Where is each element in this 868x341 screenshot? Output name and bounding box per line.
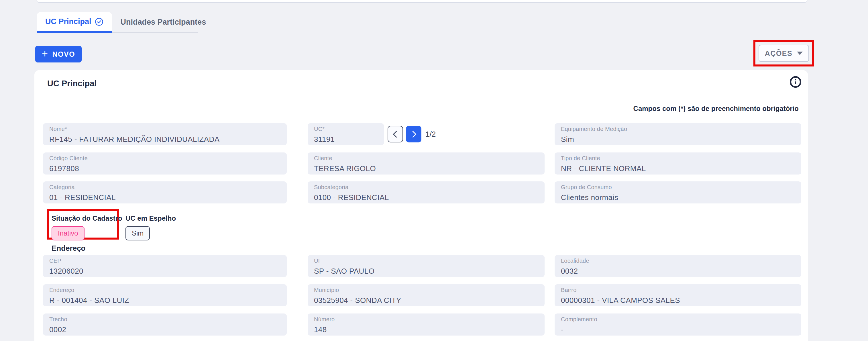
field-localidade-label: Localidade: [561, 258, 798, 264]
field-endereco-label: Endereço: [49, 287, 284, 293]
situacao-cadastro-label: Situação do Cadastro: [52, 214, 122, 222]
form-row: Categoria 01 - RESIDENCIAL Subcategoria …: [43, 181, 801, 204]
field-grupo-consumo[interactable]: Grupo de Consumo Clientes normais: [555, 181, 801, 204]
field-uc-label: UC*: [314, 126, 381, 132]
field-tipo-value: NR - CLIENTE NORMAL: [561, 164, 798, 173]
field-cep-value: 13206020: [49, 267, 284, 276]
field-codigo-value: 6197808: [49, 164, 284, 173]
form-row: Trecho 0002 Número 148 Complemento -: [43, 313, 801, 336]
field-uf-label: UF: [314, 258, 542, 264]
acoes-button[interactable]: AÇÕES: [758, 45, 809, 62]
field-cep[interactable]: CEP 13206020: [43, 255, 287, 277]
field-equipamento-medicao[interactable]: Equipamento de Medição Sim: [555, 123, 801, 145]
field-cliente-value: TERESA RIGOLO: [314, 164, 542, 173]
uc-espelho-badge: Sim: [125, 226, 150, 241]
field-municipio[interactable]: Município 03525904 - SONDA CITY: [308, 284, 545, 306]
field-trecho[interactable]: Trecho 0002: [43, 313, 287, 336]
field-categoria[interactable]: Categoria 01 - RESIDENCIAL: [43, 181, 287, 204]
novo-button-label: NOVO: [52, 50, 75, 58]
caret-down-icon: [797, 52, 803, 55]
field-endereco-value: R - 001404 - SAO LUIZ: [49, 296, 284, 305]
plus-icon: +: [42, 49, 49, 59]
field-bairro-value: 00000301 - VILA CAMPOS SALES: [561, 296, 798, 305]
form-row: CEP 13206020 UF SP - SAO PAULO Localidad…: [43, 255, 801, 277]
field-nome[interactable]: Nome* RF145 - FATURAR MEDIÇÃO INDIVIDUAL…: [43, 123, 287, 145]
field-uc[interactable]: UC* 31191: [308, 123, 384, 145]
chevron-right-icon: [409, 131, 416, 137]
field-numero[interactable]: Número 148: [308, 313, 545, 336]
field-uf-value: SP - SAO PAULO: [314, 267, 542, 276]
novo-button[interactable]: + NOVO: [35, 46, 82, 62]
field-localidade-value: 0032: [561, 267, 798, 276]
field-municipio-label: Município: [314, 287, 542, 293]
form-row: Endereço R - 001404 - SAO LUIZ Município…: [43, 284, 801, 306]
tab-uc-principal[interactable]: UC Principal: [37, 12, 112, 33]
next-uc-button[interactable]: [406, 126, 422, 143]
field-categoria-label: Categoria: [49, 184, 284, 191]
field-categoria-value: 01 - RESIDENCIAL: [49, 193, 284, 202]
field-uf[interactable]: UF SP - SAO PAULO: [308, 255, 545, 277]
uc-principal-card: UC Principal Campos com (*) são de preen…: [34, 70, 808, 341]
chevron-left-icon: [393, 131, 400, 137]
field-equipamento-value: Sim: [561, 135, 798, 144]
field-subcategoria-label: Subcategoria: [314, 184, 542, 191]
situacao-cadastro-group: Situação do Cadastro Inativo: [52, 214, 122, 241]
field-complemento-value: -: [561, 325, 798, 334]
acoes-button-label: AÇÕES: [765, 49, 793, 58]
uc-espelho-group: UC em Espelho Sim: [125, 214, 176, 241]
endereco-section-title: Endereço: [52, 244, 86, 253]
field-trecho-label: Trecho: [49, 316, 284, 323]
uc-pager: 1/2: [388, 126, 436, 143]
tab-bar: UC Principal Unidades Participantes: [37, 12, 198, 33]
field-numero-value: 148: [314, 325, 542, 334]
form-grid: Nome* RF145 - FATURAR MEDIÇÃO INDIVIDUAL…: [43, 70, 801, 341]
check-circle-icon: [95, 18, 103, 26]
field-codigo-label: Código Cliente: [49, 155, 284, 162]
field-bairro[interactable]: Bairro 00000301 - VILA CAMPOS SALES: [555, 284, 801, 306]
field-numero-label: Número: [314, 316, 542, 323]
field-localidade[interactable]: Localidade 0032: [555, 255, 801, 277]
field-cep-label: CEP: [49, 258, 284, 264]
annotation-box-acoes: AÇÕES: [753, 40, 814, 66]
page-indicator: 1/2: [425, 130, 436, 139]
field-bairro-label: Bairro: [561, 287, 798, 293]
previous-uc-button[interactable]: [388, 126, 403, 143]
field-grupo-value: Clientes normais: [561, 193, 798, 202]
field-cliente[interactable]: Cliente TERESA RIGOLO: [308, 152, 545, 175]
field-municipio-value: 03525904 - SONDA CITY: [314, 296, 542, 305]
status-badge-inativo: Inativo: [52, 226, 85, 241]
field-nome-label: Nome*: [49, 126, 284, 132]
field-equipamento-label: Equipamento de Medição: [561, 126, 798, 132]
field-trecho-value: 0002: [49, 325, 284, 334]
field-nome-value: RF145 - FATURAR MEDIÇÃO INDIVIDUALIZADA: [49, 135, 284, 144]
form-row: Código Cliente 6197808 Cliente TERESA RI…: [43, 152, 801, 175]
field-complemento-label: Complemento: [561, 316, 798, 323]
uc-pagination-cell: UC* 31191 1/2: [308, 123, 545, 145]
tab-uc-principal-label: UC Principal: [45, 17, 91, 26]
field-subcategoria-value: 0100 - RESIDENCIAL: [314, 193, 542, 202]
form-row: Nome* RF145 - FATURAR MEDIÇÃO INDIVIDUAL…: [43, 123, 801, 145]
field-tipo-label: Tipo de Cliente: [561, 155, 798, 162]
header-panel-bottom-edge: [36, 0, 808, 3]
field-subcategoria[interactable]: Subcategoria 0100 - RESIDENCIAL: [308, 181, 545, 204]
field-complemento[interactable]: Complemento -: [555, 313, 801, 336]
tab-unidades-participantes[interactable]: Unidades Participantes: [112, 12, 215, 32]
field-grupo-label: Grupo de Consumo: [561, 184, 798, 191]
tab-unidades-participantes-label: Unidades Participantes: [121, 18, 206, 27]
field-cliente-label: Cliente: [314, 155, 542, 162]
field-endereco[interactable]: Endereço R - 001404 - SAO LUIZ: [43, 284, 287, 306]
field-tipo-cliente[interactable]: Tipo de Cliente NR - CLIENTE NORMAL: [555, 152, 801, 175]
field-uc-value: 31191: [314, 135, 381, 144]
uc-espelho-label: UC em Espelho: [125, 214, 176, 222]
field-codigo-cliente[interactable]: Código Cliente 6197808: [43, 152, 287, 175]
